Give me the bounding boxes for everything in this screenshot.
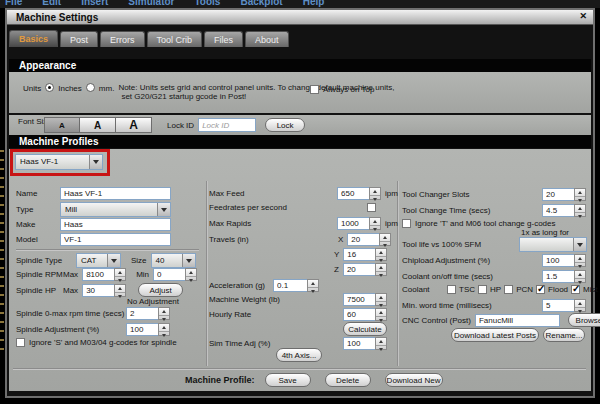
coolant-pcn-checkbox[interactable] — [504, 285, 513, 294]
spin-up-icon[interactable] — [376, 309, 386, 316]
tool-change-time-spinner[interactable] — [542, 204, 586, 217]
spin-up-icon[interactable] — [575, 255, 585, 262]
menu-help[interactable]: Help — [303, 0, 325, 4]
spinner-arrows[interactable] — [375, 337, 387, 350]
feedrates-checkbox[interactable] — [367, 203, 376, 212]
spinner-arrows[interactable] — [375, 248, 387, 261]
spin-up-icon[interactable] — [376, 338, 386, 345]
chevron-down-icon[interactable] — [182, 254, 195, 267]
spindle-adjustment-spinner[interactable] — [126, 323, 170, 336]
always-on-top-checkbox[interactable] — [310, 85, 319, 94]
menu-tools[interactable]: Tools — [194, 0, 220, 4]
acceleration-spinner[interactable] — [273, 279, 319, 292]
ignore-t-checkbox[interactable] — [402, 219, 411, 228]
spinner-arrows[interactable] — [574, 254, 586, 267]
spinner-arrows[interactable] — [375, 293, 387, 306]
spinner-arrows[interactable] — [574, 188, 586, 201]
travel-y-spinner[interactable] — [343, 248, 387, 261]
adjust-button[interactable]: Adjust — [138, 283, 183, 297]
hourly-rate-input[interactable] — [343, 308, 375, 321]
inches-radio[interactable] — [45, 83, 54, 92]
tab-basics[interactable]: Basics — [9, 30, 58, 47]
spin-up-icon[interactable] — [186, 269, 196, 276]
spinner-arrows[interactable] — [158, 323, 170, 336]
travel-x-spinner[interactable] — [347, 233, 391, 246]
type-dropdown[interactable]: Mill — [60, 202, 171, 217]
tool-changer-slots-input[interactable] — [542, 188, 574, 201]
download-latest-posts-button[interactable]: Download Latest Posts — [451, 328, 539, 342]
spin-up-icon[interactable] — [115, 269, 125, 276]
spinner-arrows[interactable] — [114, 284, 126, 297]
spinner-arrows[interactable] — [369, 187, 381, 200]
machine-weight-spinner[interactable] — [343, 293, 387, 306]
spin-up-icon[interactable] — [370, 218, 380, 225]
spin-down-icon[interactable] — [376, 271, 386, 279]
spinner-arrows[interactable] — [185, 268, 197, 281]
coolant-hp-checkbox[interactable] — [478, 285, 487, 294]
delete-button[interactable]: Delete — [325, 373, 371, 387]
max-rapids-spinner[interactable] — [337, 217, 381, 230]
rpm-time-input[interactable] — [126, 307, 158, 320]
coolant-tsc-checkbox[interactable] — [447, 285, 456, 294]
spindle-rpm-min-input[interactable] — [153, 268, 185, 281]
spin-up-icon[interactable] — [575, 300, 585, 307]
spinner-arrows[interactable] — [307, 279, 319, 292]
sim-time-input[interactable] — [343, 337, 375, 350]
model-input[interactable] — [60, 233, 171, 246]
chevron-down-icon[interactable] — [157, 203, 170, 216]
lock-id-input[interactable] — [198, 118, 256, 132]
spin-up-icon[interactable] — [159, 308, 169, 315]
close-icon[interactable]: ✕ — [579, 11, 587, 21]
max-rapids-input[interactable] — [337, 217, 369, 230]
chevron-down-icon[interactable] — [89, 155, 102, 169]
chipload-spinner[interactable] — [542, 254, 586, 267]
download-new-button[interactable]: Download New — [385, 373, 443, 387]
tool-life-dropdown[interactable] — [519, 237, 587, 252]
tab-post[interactable]: Post — [60, 31, 98, 47]
spindle-hp-max-input[interactable] — [82, 284, 114, 297]
coolant-mist-checkbox[interactable] — [571, 285, 580, 294]
menu-simulator[interactable]: Simulator — [128, 0, 174, 4]
spin-down-icon[interactable] — [115, 292, 125, 300]
name-input[interactable] — [60, 187, 171, 200]
menu-insert[interactable]: Insert — [81, 0, 108, 4]
travel-z-spinner[interactable] — [343, 263, 387, 276]
spindle-rpm-min-spinner[interactable] — [153, 268, 197, 281]
spindle-hp-max-spinner[interactable] — [82, 284, 126, 297]
spin-up-icon[interactable] — [159, 324, 169, 331]
spinner-arrows[interactable] — [375, 308, 387, 321]
ignore-s-checkbox[interactable] — [16, 338, 25, 347]
travel-x-input[interactable] — [347, 233, 379, 246]
spin-up-icon[interactable] — [376, 264, 386, 271]
mm-radio[interactable] — [86, 83, 95, 92]
machine-weight-input[interactable] — [343, 293, 375, 306]
make-input[interactable] — [60, 218, 171, 231]
spin-up-icon[interactable] — [376, 294, 386, 301]
coolant-time-spinner[interactable] — [542, 270, 586, 283]
tab-about[interactable]: About — [245, 31, 289, 47]
font-medium-button[interactable]: A — [80, 117, 116, 133]
sim-time-spinner[interactable] — [343, 337, 387, 350]
chevron-down-icon[interactable] — [573, 238, 586, 251]
spinner-arrows[interactable] — [379, 233, 391, 246]
tab-tool-crib[interactable]: Tool Crib — [147, 31, 203, 47]
browse-button[interactable]: Browse — [568, 313, 600, 327]
lock-button[interactable]: Lock — [265, 118, 305, 132]
dialog-titlebar[interactable]: Machine Settings ✕ — [7, 10, 593, 25]
spinner-arrows[interactable] — [158, 307, 170, 320]
coolant-flood-checkbox[interactable] — [536, 285, 545, 294]
spin-up-icon[interactable] — [575, 189, 585, 196]
spin-up-icon[interactable] — [380, 234, 390, 241]
machine-profile-dropdown[interactable]: Haas VF-1 — [15, 154, 103, 170]
spin-down-icon[interactable] — [186, 276, 196, 284]
rpm-time-spinner[interactable] — [126, 307, 170, 320]
spindle-adjustment-input[interactable] — [126, 323, 158, 336]
spin-down-icon[interactable] — [370, 195, 380, 203]
spinner-arrows[interactable] — [375, 263, 387, 276]
spinner-arrows[interactable] — [574, 299, 586, 312]
spinner-arrows[interactable] — [574, 204, 586, 217]
spinner-arrows[interactable] — [114, 268, 126, 281]
chipload-input[interactable] — [542, 254, 574, 267]
spin-up-icon[interactable] — [376, 249, 386, 256]
tool-change-time-input[interactable] — [542, 204, 574, 217]
